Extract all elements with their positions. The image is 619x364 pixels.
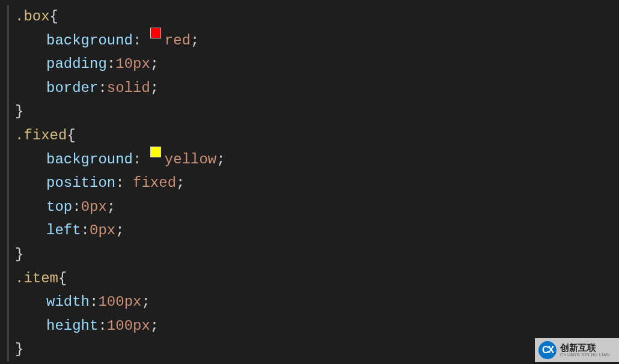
css-property: padding [46,52,107,76]
space [141,29,150,53]
watermark-logo-text: CX [542,342,553,358]
semicolon: ; [115,219,124,243]
colon: : [90,290,98,314]
css-value: fixed [133,171,176,195]
brace-open: { [58,267,67,291]
space [124,171,133,195]
code-line: padding:10px; [0,52,619,76]
semicolon: ; [150,76,159,100]
fold-gutter [7,195,9,219]
css-property: height [46,314,98,338]
fold-gutter [7,124,9,148]
code-line: top:0px; [0,195,619,219]
colon: : [81,219,90,243]
semicolon: ; [150,314,159,338]
code-line: .fixed{ [0,124,619,148]
fold-gutter [7,267,9,291]
css-property: width [46,290,90,314]
colon: : [72,195,81,219]
code-line: .box{ [0,5,619,29]
watermark-py: CHUANG XIN HU LIAN [560,353,610,357]
code-line: position: fixed; [0,171,619,195]
colon: : [98,76,106,100]
brace-close: } [15,243,23,267]
semicolon: ; [216,148,225,172]
css-selector: .fixed [15,124,67,148]
colon: : [98,314,106,338]
semicolon: ; [107,195,115,219]
fold-gutter [7,338,9,362]
css-value: yellow [165,148,216,172]
semicolon: ; [141,290,150,314]
colon: : [107,52,115,76]
colon: : [133,29,141,53]
fold-gutter [7,100,9,124]
fold-gutter [7,148,9,172]
colon: : [133,148,141,172]
css-selector: .box [15,5,50,29]
brace-close: } [15,100,23,124]
code-line: background: yellow; [0,148,619,172]
css-value: solid [107,76,150,100]
code-line: background: red; [0,29,619,53]
css-value: 0px [81,195,107,219]
css-property: left [46,219,81,243]
fold-gutter [7,52,9,76]
fold-gutter [7,76,9,100]
code-line: border:solid; [0,76,619,100]
brace-open: { [67,124,75,148]
css-value: 0px [90,219,115,243]
css-value: red [165,29,191,53]
watermark: CX 创新互联 CHUANG XIN HU LIAN [535,338,619,362]
code-line: .item{ [0,267,619,291]
fold-gutter [7,29,9,53]
code-line: } [0,100,619,124]
watermark-cn: 创新互联 [560,343,610,353]
css-property: position [46,171,115,195]
color-swatch-icon [150,28,161,38]
space [141,148,150,172]
code-line: } [0,338,619,362]
colon: : [115,171,124,195]
semicolon: ; [176,171,184,195]
fold-gutter [7,5,9,29]
watermark-logo-icon: CX [538,341,556,359]
fold-gutter [7,243,9,267]
css-property: background [46,148,133,172]
code-editor[interactable]: .box{ background: red; padding:10px; bor… [0,0,619,362]
brace-open: { [50,5,58,29]
css-value: 100px [107,314,150,338]
css-property: background [46,29,133,53]
fold-gutter [7,171,9,195]
fold-gutter [7,314,9,338]
brace-close: } [15,338,23,362]
code-line: height:100px; [0,314,619,338]
css-value: 10px [115,52,150,76]
code-line: left:0px; [0,219,619,243]
color-swatch-icon [150,147,161,157]
fold-gutter [7,290,9,314]
code-line: } [0,243,619,267]
css-property: top [46,195,72,219]
css-value: 100px [98,290,141,314]
semicolon: ; [150,52,159,76]
css-selector: .item [15,267,58,291]
semicolon: ; [191,29,199,53]
css-property: border [46,76,98,100]
fold-gutter [7,219,9,243]
code-line: width:100px; [0,290,619,314]
watermark-text: 创新互联 CHUANG XIN HU LIAN [560,343,610,357]
